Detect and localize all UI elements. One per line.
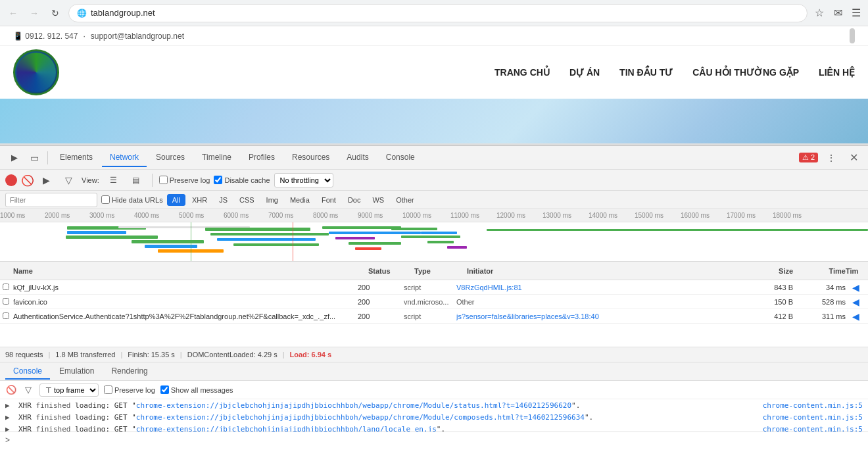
row-size-2: 150 B bbox=[740, 298, 793, 306]
table-row[interactable]: AuthenticationService.Authenticate?1shtt… bbox=[0, 309, 868, 324]
tab-sources[interactable]: Sources bbox=[148, 149, 193, 167]
col-header-type: Type bbox=[414, 267, 467, 275]
preserve-log-console-text: Preserve log bbox=[114, 386, 155, 394]
tab-console[interactable]: Console bbox=[378, 149, 423, 167]
hide-data-urls-label[interactable]: Hide data URLs bbox=[101, 195, 163, 204]
hide-data-urls-checkbox[interactable] bbox=[101, 195, 110, 204]
preserve-log-console-checkbox[interactable] bbox=[104, 385, 112, 394]
website-header: 📱 0912. 912. 547 · support@tablandgroup.… bbox=[0, 26, 868, 145]
row-time-3: 311 ms bbox=[793, 312, 846, 320]
tab-rendering[interactable]: Rendering bbox=[103, 364, 155, 380]
filter-button[interactable]: ▽ bbox=[59, 171, 78, 189]
capture-screenshots-button[interactable]: ▶ bbox=[37, 171, 55, 189]
nav-lien-he[interactable]: LIÊN HỆ bbox=[819, 67, 855, 78]
context-select[interactable]: ⊤ top frame bbox=[39, 384, 99, 397]
tab-network[interactable]: Network bbox=[102, 149, 147, 167]
filter-media[interactable]: Media bbox=[285, 194, 315, 206]
waterfall-bar-11 bbox=[322, 226, 401, 229]
preserve-log-checkbox[interactable] bbox=[159, 176, 168, 184]
expand-icon-2[interactable]: ▶ bbox=[5, 413, 16, 422]
large-rows-button[interactable]: ▤ bbox=[127, 171, 145, 189]
clear-button[interactable]: 🚫 bbox=[21, 174, 33, 186]
row-initiator-3[interactable]: js?sensor=false&libraries=places&v=3.18:… bbox=[456, 312, 740, 320]
top-bar: 📱 0912. 912. 547 · support@tablandgroup.… bbox=[0, 26, 868, 46]
expand-icon-1[interactable]: ▶ bbox=[5, 401, 16, 410]
row-select-1[interactable] bbox=[3, 284, 9, 290]
address-bar[interactable]: 🌐 tablandgroup.net bbox=[68, 4, 808, 22]
tick-5000: 5000 ms bbox=[179, 212, 204, 219]
console-filter-button[interactable]: ▽ bbox=[22, 384, 34, 396]
console-prompt-input[interactable] bbox=[12, 435, 863, 445]
console-source-1[interactable]: chrome-content.min.js:5 bbox=[763, 401, 863, 410]
tab-emulation[interactable]: Emulation bbox=[51, 364, 102, 380]
console-text-2: XHR finished loading: GET "chrome-extens… bbox=[18, 413, 763, 422]
table-row[interactable]: kQf_jlUv-kX.js 200 script V8RzGqdHMlL.js… bbox=[0, 280, 868, 295]
console-source-2[interactable]: chrome-content.min.js:5 bbox=[763, 413, 863, 422]
waterfall-bar-9 bbox=[217, 238, 316, 241]
nav-tin-dau-tu[interactable]: TIN ĐẦU TƯ bbox=[619, 67, 673, 78]
row-select-2[interactable] bbox=[3, 298, 9, 305]
console-link-2[interactable]: chrome-extension://jbjclebchohjinjajipdh… bbox=[136, 413, 585, 422]
tab-audits[interactable]: Audits bbox=[339, 149, 376, 167]
filter-other[interactable]: Other bbox=[391, 194, 420, 206]
tick-3000: 3000 ms bbox=[89, 212, 114, 219]
timeline-area: 1000 ms 2000 ms 3000 ms 4000 ms 5000 ms … bbox=[0, 209, 868, 262]
filter-css[interactable]: CSS bbox=[234, 194, 260, 206]
table-row[interactable]: favicon.ico 200 vnd.microso... Other 150… bbox=[0, 295, 868, 309]
waterfall-bar-5 bbox=[145, 245, 197, 248]
filter-img[interactable]: Img bbox=[261, 194, 283, 206]
nav-du-an[interactable]: DỰ ÁN bbox=[569, 67, 600, 78]
preserve-log-console-label[interactable]: Preserve log bbox=[104, 385, 155, 394]
console-prompt-area: > bbox=[0, 432, 868, 447]
disable-cache-label[interactable]: Disable cache bbox=[214, 176, 270, 184]
mail-button[interactable]: ✉ bbox=[831, 7, 844, 20]
console-text-1: XHR finished loading: GET "chrome-extens… bbox=[18, 401, 763, 410]
expand-icon-3[interactable]: ▶ bbox=[5, 425, 16, 432]
show-all-messages-label[interactable]: Show all messages bbox=[160, 385, 233, 394]
device-mode-button[interactable]: ▭ bbox=[25, 149, 43, 167]
console-source-3[interactable]: chrome-content.min.js:5 bbox=[763, 425, 863, 432]
tab-resources[interactable]: Resources bbox=[284, 149, 337, 167]
row-indicator-3: ◀ bbox=[846, 311, 865, 322]
preserve-log-label[interactable]: Preserve log bbox=[159, 176, 210, 184]
row-checkbox-3 bbox=[3, 312, 13, 320]
menu-button[interactable]: ☰ bbox=[850, 7, 863, 20]
reload-button[interactable]: ↻ bbox=[47, 5, 63, 21]
tab-console-main[interactable]: Console bbox=[5, 364, 50, 380]
row-indicator-1: ◀ bbox=[846, 282, 865, 293]
nav-trang-chu[interactable]: TRANG CHỦ bbox=[494, 67, 550, 78]
filter-all[interactable]: All bbox=[167, 194, 185, 206]
console-link-3[interactable]: chrome-extension://jbjclebchohjinjajipdh… bbox=[136, 425, 437, 432]
filter-ws[interactable]: WS bbox=[367, 194, 389, 206]
inspect-element-button[interactable]: ▶ bbox=[5, 149, 24, 167]
back-button[interactable]: ← bbox=[5, 5, 21, 21]
console-link-1[interactable]: chrome-extension://jbjclebchohjinjajipdh… bbox=[136, 401, 571, 410]
tab-elements[interactable]: Elements bbox=[52, 149, 101, 167]
col-header-size: Size bbox=[740, 267, 793, 275]
clear-console-button[interactable]: 🚫 bbox=[5, 384, 17, 396]
filter-font[interactable]: Font bbox=[316, 194, 341, 206]
show-all-messages-checkbox[interactable] bbox=[160, 385, 169, 394]
forward-button[interactable]: → bbox=[26, 5, 42, 21]
filter-doc[interactable]: Doc bbox=[343, 194, 366, 206]
requests-count: 98 requests bbox=[5, 351, 43, 359]
filter-input[interactable] bbox=[5, 193, 97, 207]
throttle-select[interactable]: No throttling bbox=[274, 173, 333, 187]
row-initiator-1[interactable]: V8RzGqdHMlL.js:81 bbox=[456, 284, 740, 291]
disable-cache-checkbox[interactable] bbox=[214, 176, 222, 184]
more-options-button[interactable]: ⋮ bbox=[822, 149, 840, 167]
close-devtools-button[interactable]: ✕ bbox=[844, 149, 863, 167]
bookmark-button[interactable]: ☆ bbox=[813, 7, 826, 20]
tab-profiles[interactable]: Profiles bbox=[241, 149, 283, 167]
hide-data-urls-text: Hide data URLs bbox=[112, 196, 163, 204]
filter-xhr[interactable]: XHR bbox=[187, 194, 212, 206]
tab-timeline[interactable]: Timeline bbox=[194, 149, 239, 167]
row-select-3[interactable] bbox=[3, 312, 9, 319]
timeline-ruler: 1000 ms 2000 ms 3000 ms 4000 ms 5000 ms … bbox=[0, 209, 868, 222]
nav-cau-hoi[interactable]: CÂU HỎI THƯỜNG GẶP bbox=[692, 67, 799, 78]
page-icon: 🌐 bbox=[77, 9, 87, 18]
url-text: tablandgroup.net bbox=[91, 8, 155, 18]
filter-js[interactable]: JS bbox=[214, 194, 233, 206]
record-button[interactable] bbox=[5, 174, 17, 186]
list-view-button[interactable]: ☰ bbox=[105, 171, 123, 189]
